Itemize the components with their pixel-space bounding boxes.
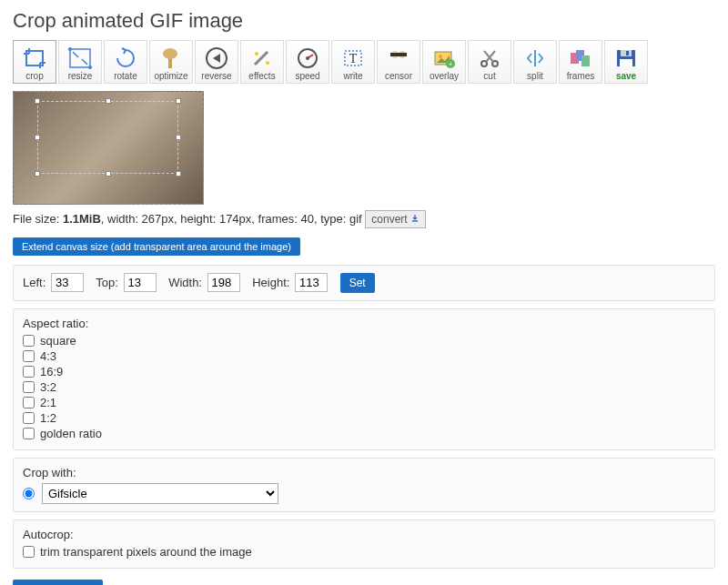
toolbar-overlay-button[interactable]: +overlay [422,40,466,84]
top-input[interactable] [124,273,157,292]
crop-icon [21,45,48,71]
cut-icon [476,45,503,71]
toolbar-label: overlay [430,71,459,81]
aspect-panel: Aspect ratio: square4:316:93:22:11:2gold… [13,308,715,450]
crop-handle-br[interactable] [176,171,181,177]
speed-icon [294,45,321,71]
toolbar-label: crop [25,71,43,81]
toolbar-label: cut [483,71,495,81]
image-preview[interactable] [13,91,204,205]
toolbar-label: speed [295,71,319,81]
optimize-icon [157,45,185,71]
autocrop-option: trim transparent pixels around the image [40,545,252,559]
svg-rect-15 [390,53,407,56]
aspect-option: square [40,334,76,348]
width-input[interactable] [207,273,240,292]
crop-handle-ml[interactable] [35,135,40,140]
reverse-icon [203,45,230,71]
toolbar-label: write [343,71,362,81]
censor-icon [385,45,412,71]
toolbar-label: reverse [201,71,231,81]
aspect-checkbox-5[interactable] [23,412,35,424]
crop-handle-tm[interactable] [106,98,111,104]
toolbar-label: optimize [154,71,187,81]
aspect-option: 1:2 [40,411,56,425]
cropwith-panel: Crop with: Gifsicle [13,458,715,512]
write-icon: T [339,45,367,71]
resize-icon [66,45,94,71]
set-button[interactable]: Set [340,273,375,293]
autocrop-checkbox[interactable] [23,546,35,558]
toolbar-write-button[interactable]: Twrite [331,40,375,84]
toolbar-label: effects [248,71,275,81]
toolbar-label: censor [385,71,412,81]
aspect-label: Aspect ratio: [23,317,705,330]
toolbar-frames-button[interactable]: frames [559,40,602,84]
toolbar-save-button[interactable]: save [604,40,648,84]
toolbar-resize-button[interactable]: resize [58,40,102,84]
crop-handle-tl[interactable] [35,98,40,104]
width-label: Width: [168,276,202,289]
toolbar-label: resize [68,71,93,81]
toolbar-effects-button[interactable]: effects [240,40,284,84]
toolbar-label: save [616,71,636,81]
left-label: Left: [23,276,46,289]
svg-rect-27 [626,51,629,55]
toolbar-crop-button[interactable]: crop [13,40,56,84]
aspect-option: 16:9 [40,365,63,378]
aspect-checkbox-3[interactable] [23,381,35,393]
toolbar: cropresizerotateoptimizereverseeffectssp… [13,40,715,84]
svg-rect-24 [581,55,590,66]
file-info: File size: 1.1MiB, width: 267px, height:… [13,210,715,228]
aspect-option: 2:1 [40,396,56,409]
svg-point-8 [266,61,269,65]
cropwith-radio[interactable] [23,488,35,499]
aspect-option: golden ratio [40,427,102,440]
toolbar-rotate-button[interactable]: rotate [104,40,147,84]
toolbar-split-button[interactable]: split [513,40,557,84]
svg-point-10 [306,56,309,60]
height-input[interactable] [295,273,328,292]
toolbar-censor-button[interactable]: censor [377,40,420,84]
overlay-icon: + [430,45,458,71]
cropwith-select[interactable]: Gifsicle [42,483,278,504]
crop-image-button[interactable]: Crop image! [13,580,103,585]
svg-rect-28 [620,59,632,66]
extend-canvas-button[interactable]: Extend canvas size (add transparent area… [13,237,300,256]
svg-text:T: T [349,52,358,66]
toolbar-label: rotate [114,71,137,81]
toolbar-label: frames [567,71,595,81]
save-icon [612,45,640,71]
aspect-checkbox-1[interactable] [23,350,35,362]
toolbar-reverse-button[interactable]: reverse [195,40,238,84]
page-title: Crop animated GIF image [13,9,715,33]
rotate-icon [112,45,139,71]
svg-point-5 [163,48,177,59]
toolbar-speed-button[interactable]: speed [286,40,329,84]
top-label: Top: [96,276,118,289]
aspect-checkbox-0[interactable] [23,335,35,347]
download-icon [410,214,420,223]
left-input[interactable] [51,273,84,292]
frames-icon [567,45,594,71]
crop-handle-bm[interactable] [106,171,111,177]
toolbar-cut-button[interactable]: cut [468,40,511,84]
autocrop-label: Autocrop: [23,528,705,541]
aspect-checkbox-2[interactable] [23,366,35,378]
autocrop-panel: Autocrop: trim transparent pixels around… [13,519,715,569]
convert-button[interactable]: convert [365,210,426,228]
svg-text:+: + [449,60,453,68]
crop-handle-tr[interactable] [176,98,181,104]
aspect-option: 3:2 [40,380,56,394]
toolbar-optimize-button[interactable]: optimize [149,40,193,84]
crop-selection[interactable] [37,101,178,174]
crop-handle-mr[interactable] [176,135,181,140]
aspect-checkbox-6[interactable] [23,428,35,439]
effects-icon [248,45,276,71]
crop-handle-bl[interactable] [35,171,40,177]
aspect-checkbox-4[interactable] [23,397,35,408]
svg-point-17 [439,55,442,58]
dimensions-panel: Left: Top: Width: Height: Set [13,265,715,301]
cropwith-label: Crop with: [23,466,705,479]
svg-point-7 [255,52,258,55]
